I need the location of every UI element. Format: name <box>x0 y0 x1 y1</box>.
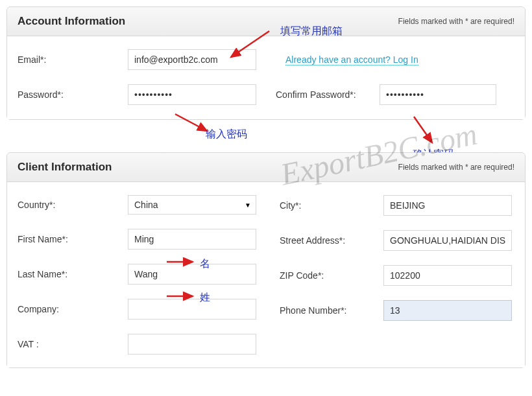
lastname-label: Last Name*: <box>18 269 128 279</box>
firstname-input[interactable] <box>128 229 256 250</box>
email-label: Email*: <box>18 54 128 65</box>
client-panel-body: Country*: China ▼ First Name*: <box>7 182 525 367</box>
account-information-panel: Account Information Fields marked with *… <box>6 6 526 120</box>
annotation-enter-password: 输入密码 <box>206 128 247 141</box>
client-panel-header: Client Information Fields marked with * … <box>7 153 525 182</box>
lastname-input[interactable] <box>128 264 256 285</box>
zip-label: ZIP Code*: <box>280 270 383 281</box>
vat-input[interactable] <box>128 334 256 355</box>
confirm-password-label: Confirm Password*: <box>276 89 380 100</box>
vat-label: VAT : <box>18 339 128 349</box>
street-label: Street Address*: <box>280 235 383 246</box>
svg-line-5 <box>414 117 432 143</box>
email-input[interactable] <box>128 49 256 70</box>
country-select[interactable]: China <box>128 195 256 215</box>
password-label: Password*: <box>18 89 128 100</box>
country-label: Country*: <box>18 200 128 210</box>
phone-input[interactable] <box>383 300 512 321</box>
firstname-label: First Name*: <box>18 234 128 244</box>
street-input[interactable] <box>383 230 512 251</box>
account-required-note: Fields marked with * are required! <box>398 17 514 26</box>
company-label: Company: <box>18 304 128 314</box>
account-panel-header: Account Information Fields marked with *… <box>7 7 525 36</box>
phone-label: Phone Number*: <box>280 305 383 316</box>
zip-input[interactable] <box>383 265 512 286</box>
login-link[interactable]: Already have an account? Log In <box>285 54 418 65</box>
city-label: City*: <box>280 200 383 211</box>
company-input[interactable] <box>128 299 256 320</box>
account-panel-body: Email*: Already have an account? Log In … <box>7 36 525 119</box>
city-input[interactable] <box>383 195 512 216</box>
confirm-password-input[interactable] <box>380 84 496 105</box>
account-panel-title: Account Information <box>18 15 125 28</box>
client-panel-title: Client Information <box>18 161 112 174</box>
client-required-note: Fields marked with * are required! <box>398 163 514 172</box>
client-information-panel: Client Information Fields marked with * … <box>6 152 526 368</box>
password-input[interactable] <box>128 84 256 105</box>
